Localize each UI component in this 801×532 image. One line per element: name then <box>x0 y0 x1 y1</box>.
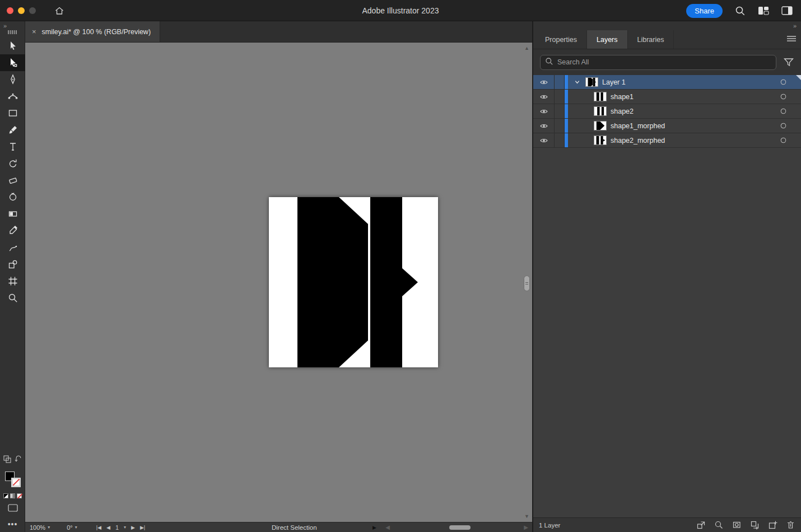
tab-properties[interactable]: Properties <box>535 30 587 49</box>
visibility-toggle-eye-icon[interactable] <box>533 104 555 118</box>
scroll-right-icon[interactable]: ▶ <box>522 524 530 530</box>
target-circle-icon[interactable] <box>773 78 793 86</box>
canvas[interactable]: ▲ ▼ <box>25 43 532 522</box>
vertical-scroll-track[interactable] <box>524 52 529 513</box>
horizontal-scrollbar[interactable]: ◀ ▶ <box>384 522 530 532</box>
layer-row-shape1[interactable]: shape1 <box>533 90 801 104</box>
tool-gradient-icon[interactable] <box>0 206 25 222</box>
layer-name[interactable]: shape1 <box>611 93 634 101</box>
tool-selection-icon[interactable] <box>0 38 25 54</box>
visibility-toggle-eye-icon[interactable] <box>533 119 555 133</box>
target-circle-icon[interactable] <box>773 108 793 115</box>
tool-rotate-view-icon[interactable] <box>0 189 25 206</box>
tool-rotate-icon[interactable] <box>0 155 25 172</box>
window-controls[interactable] <box>7 7 36 14</box>
home-icon[interactable] <box>53 4 66 17</box>
layer-row-layer-1[interactable]: Layer 1 <box>533 75 801 90</box>
layer-name[interactable]: shape2_morphed <box>611 137 665 144</box>
horizontal-scroll-track[interactable] <box>392 525 522 530</box>
target-circle-icon[interactable] <box>773 122 793 129</box>
tool-rectangle-icon[interactable] <box>0 105 25 122</box>
layer-row-shape1_morphed[interactable]: shape1_morphed <box>533 119 801 133</box>
next-artboard-icon[interactable]: ▶ <box>131 525 135 530</box>
visibility-toggle-eye-icon[interactable] <box>533 75 555 89</box>
document-tab[interactable]: × smiley.ai* @ 100 % (RGB/Preview) <box>25 21 160 42</box>
scroll-down-icon[interactable]: ▼ <box>524 513 529 520</box>
vertical-scroll-thumb[interactable] <box>524 276 530 291</box>
panel-layout-icon[interactable] <box>781 4 793 17</box>
tool-zoom-icon[interactable] <box>0 290 25 306</box>
lock-toggle-cell[interactable] <box>555 90 565 104</box>
tool-shape-builder-icon[interactable] <box>0 256 25 273</box>
delete-icon[interactable] <box>786 520 795 530</box>
gradient-swatch-icon[interactable] <box>10 493 15 498</box>
share-button[interactable]: Share <box>686 4 723 18</box>
layer-row-shape2[interactable]: shape2 <box>533 104 801 119</box>
layer-thumbnail[interactable] <box>585 77 598 87</box>
layer-name[interactable]: shape1_morphed <box>611 122 665 130</box>
filter-icon[interactable] <box>782 55 795 69</box>
tab-layers[interactable]: Layers <box>587 30 628 49</box>
tool-eyedropper-icon[interactable] <box>0 222 25 239</box>
tool-eraser-icon[interactable] <box>0 172 25 189</box>
search-field[interactable] <box>540 55 776 70</box>
lock-toggle-cell[interactable] <box>555 119 565 133</box>
status-popup-icon[interactable]: ▶ <box>372 525 376 530</box>
tab-libraries[interactable]: Libraries <box>628 30 674 49</box>
locate-object-icon[interactable] <box>714 520 724 530</box>
panel-collapse-icon[interactable]: » <box>793 22 797 29</box>
tool-type-icon[interactable] <box>0 138 25 155</box>
minimize-window-button[interactable] <box>18 7 25 14</box>
tool-pen-icon[interactable] <box>0 71 25 88</box>
horizontal-scroll-thumb[interactable] <box>449 525 471 530</box>
tool-smooth-icon[interactable] <box>0 239 25 256</box>
search-icon[interactable] <box>734 4 746 17</box>
layer-name[interactable]: shape2 <box>611 108 634 115</box>
stroke-swatch[interactable] <box>11 478 21 487</box>
visibility-toggle-eye-icon[interactable] <box>533 90 555 104</box>
fill-stroke-indicator[interactable] <box>4 471 21 488</box>
none-swatch-icon[interactable] <box>17 493 22 498</box>
first-artboard-icon[interactable]: |◀ <box>96 525 101 530</box>
zoom-window-button[interactable] <box>29 7 36 14</box>
artboard-select-icon[interactable]: ▾ <box>124 525 126 530</box>
arrange-documents-icon[interactable] <box>757 4 770 17</box>
vertical-scrollbar[interactable]: ▲ ▼ <box>523 45 531 520</box>
tool-direct-selection-icon[interactable] <box>0 54 25 71</box>
tool-artboard-icon[interactable] <box>0 273 25 290</box>
last-artboard-icon[interactable]: ▶| <box>140 525 145 530</box>
color-swatch-icon[interactable] <box>3 493 8 498</box>
new-layer-icon[interactable] <box>768 520 777 530</box>
screen-mode-icon[interactable] <box>8 504 18 514</box>
lock-toggle-cell[interactable] <box>555 104 565 118</box>
clipping-mask-icon[interactable] <box>732 520 742 530</box>
search-input[interactable] <box>557 58 771 66</box>
zoom-level-select[interactable]: 100% ▾ <box>25 524 54 531</box>
layer-thumbnail[interactable] <box>594 121 607 130</box>
layer-thumbnail[interactable] <box>594 136 607 145</box>
expand-chevron-icon[interactable] <box>572 79 581 85</box>
target-circle-icon[interactable] <box>773 137 793 144</box>
target-circle-icon[interactable] <box>773 93 793 100</box>
tool-paintbrush-icon[interactable] <box>0 122 25 138</box>
tool-curvature-icon[interactable] <box>0 88 25 105</box>
lock-toggle-cell[interactable] <box>555 75 565 89</box>
draw-normal-icon[interactable] <box>3 455 11 465</box>
close-tab-icon[interactable]: × <box>32 27 36 36</box>
toolbar-grip-icon[interactable] <box>0 29 25 38</box>
collect-export-icon[interactable] <box>696 520 706 530</box>
toolbar-collapse-icon[interactable]: » <box>0 21 25 29</box>
layer-row-shape2_morphed[interactable]: shape2_morphed <box>533 133 801 148</box>
visibility-toggle-eye-icon[interactable] <box>533 133 555 147</box>
panel-menu-icon[interactable] <box>786 35 797 45</box>
edit-toolbar-icon[interactable]: ••• <box>8 520 18 529</box>
new-sublayer-icon[interactable] <box>750 520 760 530</box>
artboard[interactable] <box>269 197 438 367</box>
rotation-select[interactable]: 0° ▾ <box>62 524 82 531</box>
layer-thumbnail[interactable] <box>594 106 607 116</box>
layer-name[interactable]: Layer 1 <box>602 78 626 86</box>
draw-behind-icon[interactable] <box>15 455 22 465</box>
lock-toggle-cell[interactable] <box>555 133 565 147</box>
scroll-left-icon[interactable]: ◀ <box>384 524 392 530</box>
previous-artboard-icon[interactable]: ◀ <box>106 525 110 530</box>
